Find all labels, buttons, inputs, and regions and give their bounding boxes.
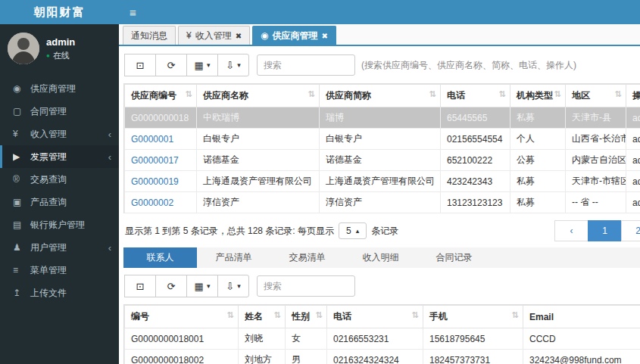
- supplier-id-link[interactable]: G0000000018: [125, 107, 197, 129]
- contact-search-input[interactable]: [257, 275, 355, 297]
- pagination: 显示第 1 到第 5 条记录，总共 128 条记录: 每页显示 5 ▴ 条记录 …: [125, 220, 640, 241]
- caret-down-icon: ▾: [207, 282, 211, 290]
- toolbar-button[interactable]: ⇩ ▾: [217, 275, 249, 297]
- toolbar-button[interactable]: ▦ ▾: [186, 275, 218, 297]
- detail-tab[interactable]: 收入明细: [344, 247, 417, 268]
- column-header[interactable]: 电话 ⇅: [327, 306, 423, 328]
- sidebar-item-label: 交易查询: [30, 173, 67, 186]
- topbar: ≡: [119, 0, 640, 24]
- user-status: ● 在线: [46, 50, 75, 61]
- supplier-toolbar: ⊡ ⟳ ▦ ▾: [125, 54, 640, 76]
- sidebar-item-label: 发票管理: [30, 151, 67, 163]
- table-row[interactable]: G0000000018001 刘晓 女 02166553231 15618795…: [125, 328, 640, 350]
- email-cell: 324234@998fund.com: [523, 350, 640, 364]
- sidebar-item[interactable]: ▣ 产品查询: [0, 191, 119, 213]
- chevron-left-icon: ‹: [108, 129, 111, 140]
- column-header[interactable]: 编号 ⇅: [125, 306, 239, 328]
- sidebar-item[interactable]: ▤ 银行账户管理: [0, 213, 119, 236]
- mobile-cell: 15618795645: [423, 328, 523, 350]
- pagination-summary: 显示第 1 到第 5 条记录，总共 128 条记录: 每页显示: [125, 225, 334, 238]
- column-header-label: 供应商编号: [131, 90, 176, 101]
- toolbar-button-icon: ⟳: [167, 60, 176, 71]
- table-row[interactable]: G00000017 诺德基金 诺德基金 652100222 公募 内蒙古自治区 …: [125, 150, 640, 171]
- org-type-cell: 私募: [510, 192, 566, 213]
- page-button[interactable]: 1: [588, 220, 622, 241]
- page-size-select[interactable]: 5 ▴: [339, 222, 367, 239]
- column-header[interactable]: 供应商简称 ⇅: [320, 85, 441, 107]
- main-area: ≡ 通知消息 ¥ 收入管理 ✖ ◉ 供应商管理 ✖: [119, 0, 640, 364]
- mobile-cell: 182457373731: [423, 350, 523, 364]
- detail-tab[interactable]: 交易清单: [270, 247, 344, 268]
- tab[interactable]: ¥ 收入管理 ✖: [178, 26, 250, 45]
- sidebar-item[interactable]: ≡ 菜单管理: [0, 259, 119, 282]
- toolbar-button[interactable]: ⊡: [124, 275, 156, 297]
- sidebar-item[interactable]: ▶ 发票管理 ‹: [0, 145, 119, 168]
- column-header[interactable]: 供应商编号 ⇅: [125, 85, 197, 107]
- toolbar-button[interactable]: ⟳: [155, 275, 187, 297]
- detail-tab[interactable]: 产品清单: [197, 247, 270, 268]
- column-header[interactable]: 供应商名称 ⇅: [197, 85, 320, 107]
- table-row[interactable]: G0000000018002 刘地方 男 0216324324324 18245…: [125, 350, 640, 364]
- toolbar-button-icon: ⇩: [226, 60, 234, 71]
- toolbar-button[interactable]: ⇩ ▾: [217, 54, 249, 76]
- column-header[interactable]: 性别 ⇅: [286, 306, 327, 328]
- sort-icon: ⇅: [274, 310, 281, 320]
- sidebar-item-label: 收入管理: [30, 128, 67, 141]
- table-row[interactable]: G0000002 淳信资产 淳信资产 13123123123 私募 -- 省 -…: [125, 192, 640, 213]
- sidebar-item[interactable]: ↥ 上传文件: [0, 282, 119, 304]
- sidebar-item[interactable]: ♟ 用户管理 ‹: [0, 236, 119, 259]
- column-header[interactable]: 姓名 ⇅: [239, 306, 286, 328]
- supplier-id-link[interactable]: G0000002: [125, 192, 197, 213]
- tab[interactable]: 通知消息: [123, 26, 176, 45]
- column-header[interactable]: 电话 ⇅: [441, 85, 510, 107]
- sidebar-item-label: 产品查询: [30, 196, 67, 209]
- menu-toggle-icon[interactable]: ≡: [130, 6, 136, 19]
- region-cell: -- 省 --: [566, 192, 626, 213]
- tab-label: 供应商管理: [273, 30, 318, 42]
- toolbar-button[interactable]: ⊡: [124, 54, 156, 76]
- table-row[interactable]: G0000000018 中欧瑞博 瑞博 65445565 私募 天津市-县 ad…: [125, 107, 640, 129]
- column-header[interactable]: 地区 ⇅: [566, 85, 626, 107]
- org-type-cell: 私募: [510, 171, 566, 192]
- page-button[interactable]: 2: [621, 220, 640, 241]
- supplier-id-link[interactable]: G0000001: [125, 129, 197, 150]
- chevron-left-icon: ‹: [108, 151, 111, 163]
- toolbar-button-icon: ⊡: [136, 281, 145, 292]
- supplier-id-link[interactable]: G00000019: [125, 171, 197, 192]
- column-header[interactable]: Email ⇅: [523, 306, 640, 328]
- column-header-label: 操作人: [632, 90, 640, 101]
- column-header[interactable]: 机构类型 ⇅: [510, 85, 566, 107]
- search-input[interactable]: [257, 54, 355, 76]
- sidebar-item[interactable]: ¥ 收入管理 ‹: [0, 123, 119, 145]
- column-header-label: 供应商名称: [203, 90, 248, 101]
- table-row[interactable]: G00000019 上海通晟资产管理有限公司 上海通晟资产管理有限公司 4232…: [125, 171, 640, 192]
- sidebar-item-icon: ▶: [13, 151, 28, 162]
- toolbar-button[interactable]: ▦ ▾: [186, 54, 218, 76]
- column-header[interactable]: 手机 ⇅: [423, 306, 523, 328]
- sort-icon: ⇅: [512, 310, 519, 320]
- sidebar-item[interactable]: ® 交易查询: [0, 168, 119, 191]
- supplier-id-link[interactable]: G00000017: [125, 150, 197, 171]
- close-icon[interactable]: ✖: [236, 32, 242, 40]
- detail-tab[interactable]: 联系人: [123, 247, 197, 268]
- column-header[interactable]: 操作人 ⇅: [626, 85, 640, 107]
- supplier-name-cell: 白银专户: [197, 129, 320, 150]
- supplier-name-cell: 中欧瑞博: [197, 107, 320, 129]
- tab-icon: ¥: [186, 30, 192, 41]
- online-dot-icon: ●: [46, 52, 50, 59]
- page-button[interactable]: ‹: [554, 220, 588, 241]
- sidebar-item-label: 用户管理: [30, 241, 67, 254]
- sidebar-item[interactable]: ◉ 供应商管理: [0, 77, 119, 100]
- detail-tab[interactable]: 合同记录: [417, 247, 491, 268]
- tab[interactable]: ◉ 供应商管理 ✖: [252, 26, 336, 45]
- phone-cell: 423242343: [441, 171, 510, 192]
- close-icon[interactable]: ✖: [322, 32, 328, 40]
- phone-cell: 65445565: [441, 107, 510, 129]
- sidebar-item[interactable]: ▢ 合同管理: [0, 100, 119, 123]
- region-cell: 天津市-县: [566, 107, 626, 129]
- operator-cell: admin: [626, 192, 640, 213]
- table-row[interactable]: G0000001 白银专户 白银专户 02156554554 个人 山西省-长治…: [125, 129, 640, 150]
- region-cell: 天津市-市辖区: [566, 171, 626, 192]
- toolbar-button[interactable]: ⟳: [155, 54, 187, 76]
- app-window: 朝阳财富 admin ● 在线 ◉ 供: [0, 0, 640, 364]
